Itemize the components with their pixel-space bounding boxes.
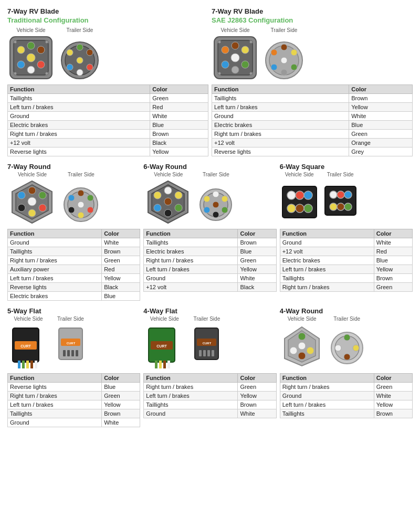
svg-rect-100 xyxy=(30,361,33,368)
trailer-label-sae: Trailer Side xyxy=(271,27,298,33)
svg-point-128 xyxy=(298,352,306,360)
svg-point-74 xyxy=(213,191,219,197)
col-header-color: Color xyxy=(150,85,208,93)
section-round6: 6-Way Round Vehicle Side Trailer Side xyxy=(143,163,276,301)
svg-point-82 xyxy=(296,191,304,199)
svg-point-88 xyxy=(330,191,337,198)
table-row: GroundWhite xyxy=(144,409,276,418)
section-square6: 6-Way Square Vehicle Side Trailer Side xyxy=(280,163,413,301)
svg-point-78 xyxy=(204,207,210,213)
section-title-sae: 7-Way RV Blade xyxy=(212,7,413,16)
round7-trailer-svg xyxy=(61,178,101,226)
svg-point-20 xyxy=(67,64,73,70)
svg-point-93 xyxy=(344,203,352,210)
trailer-label-flat4: Trailer Side xyxy=(193,316,220,322)
table-row: +12 voltBlack xyxy=(144,282,276,291)
table-row: TaillightsBrown xyxy=(8,409,140,418)
table-row: Reverse lightsBlack xyxy=(8,282,140,291)
svg-rect-115 xyxy=(167,361,170,368)
table-row: Electric brakesBlue xyxy=(144,247,276,256)
trailer-label-round6: Trailer Side xyxy=(203,172,229,177)
trailer-label-round7: Trailer Side xyxy=(68,172,94,177)
square6-vehicle-svg xyxy=(280,178,319,226)
table-row: Right turn / brakesGreen xyxy=(212,129,413,138)
table-row: Left turn / brakesYellow xyxy=(144,391,276,400)
svg-rect-99 xyxy=(26,361,29,368)
svg-point-9 xyxy=(14,40,17,44)
col-header-color: Color xyxy=(374,229,412,238)
svg-text:CURT: CURT xyxy=(157,344,167,348)
section-title-round4: 4-Way Round xyxy=(280,307,413,316)
svg-rect-114 xyxy=(163,361,166,368)
svg-rect-119 xyxy=(199,350,202,356)
svg-point-125 xyxy=(298,342,306,350)
vehicle-label-round6: Vehicle Side xyxy=(154,172,183,177)
svg-point-4 xyxy=(37,46,45,54)
table-row: TaillightsBrown xyxy=(144,400,276,409)
section-round4: 4-Way Round Vehicle Side Trailer Side xyxy=(280,307,413,427)
flat5-vehicle-svg: CURT xyxy=(7,323,49,370)
table-row: GroundWhite xyxy=(280,391,412,400)
svg-point-12 xyxy=(45,72,48,75)
svg-point-3 xyxy=(27,42,35,49)
svg-point-33 xyxy=(218,72,221,75)
round6-vehicle-svg xyxy=(143,178,193,226)
col-header-color: Color xyxy=(102,229,140,238)
rvblade-sae-trailer-svg xyxy=(263,34,305,81)
svg-point-39 xyxy=(291,49,297,56)
svg-point-46 xyxy=(28,197,36,206)
svg-point-48 xyxy=(39,192,46,199)
table-row: Reverse lightsYellow xyxy=(8,147,208,156)
svg-rect-98 xyxy=(22,361,25,368)
table-row: GroundWhite xyxy=(144,273,276,282)
svg-point-83 xyxy=(304,191,312,199)
table-row: Left turn / brakesYellow xyxy=(8,273,140,282)
section-rvblade-sae: 7-Way RV Blade SAE J2863 Configuration V… xyxy=(212,7,413,156)
table-row: GroundWhite xyxy=(8,418,140,427)
svg-point-129 xyxy=(290,347,297,354)
table-row: Electric brakesBlue xyxy=(8,291,140,300)
section-subtitle-trad: Traditional Configuration xyxy=(7,16,208,25)
svg-point-11 xyxy=(14,72,17,75)
table-rvblade-trad: Function Color TaillightsGreen Left turn… xyxy=(7,85,208,156)
table-row: Right turn / brakesGreen xyxy=(280,282,412,291)
col-header-function: Function xyxy=(8,229,102,238)
svg-rect-122 xyxy=(212,350,214,356)
col-header-function: Function xyxy=(8,85,150,93)
col-header-function: Function xyxy=(280,373,374,382)
table-row: Left turn / brakesYellow xyxy=(8,400,140,409)
svg-point-92 xyxy=(337,203,344,210)
svg-point-76 xyxy=(222,207,228,213)
rvblade-trad-trailer-svg xyxy=(59,34,101,81)
square6-trailer-svg xyxy=(323,178,358,226)
svg-point-56 xyxy=(78,190,84,196)
svg-point-85 xyxy=(296,204,304,213)
table-row: Right turn / brakesGreen xyxy=(280,382,412,391)
table-rvblade-sae: Function Color TaillightsBrown Left turn… xyxy=(212,85,413,156)
svg-rect-107 xyxy=(71,350,74,356)
table-row: GroundWhite xyxy=(8,238,140,247)
trailer-label-square6: Trailer Side xyxy=(327,172,354,177)
table-row: Right turn / brakesGreen xyxy=(8,256,140,265)
svg-point-47 xyxy=(28,187,36,194)
svg-text:CURT: CURT xyxy=(203,342,212,345)
vehicle-label-round4: Vehicle Side xyxy=(288,316,317,322)
table-flat4: Function Color Right turn / brakesGreen … xyxy=(143,373,276,418)
section-title-round6: 6-Way Round xyxy=(143,163,276,172)
svg-point-81 xyxy=(287,191,296,199)
svg-point-91 xyxy=(330,203,337,210)
svg-point-8 xyxy=(17,46,25,54)
table-row: TaillightsBrown xyxy=(280,273,412,282)
round6-trailer-svg xyxy=(197,178,234,226)
svg-point-21 xyxy=(67,49,73,56)
rvblade-sae-vehicle-svg xyxy=(212,34,259,81)
vehicle-label-trad: Vehicle Side xyxy=(16,27,45,33)
vehicle-label-sae: Vehicle Side xyxy=(220,27,249,33)
svg-point-77 xyxy=(213,212,219,218)
section-title-round7: 7-Way Round xyxy=(7,163,140,172)
trailer-label-trad: Trailer Side xyxy=(67,27,93,33)
table-flat5: Function Color Reverse lightsBlue Right … xyxy=(7,373,140,427)
svg-point-64 xyxy=(164,198,172,205)
rvblade-trad-vehicle-svg xyxy=(7,34,55,81)
col-header-color: Color xyxy=(238,373,276,382)
